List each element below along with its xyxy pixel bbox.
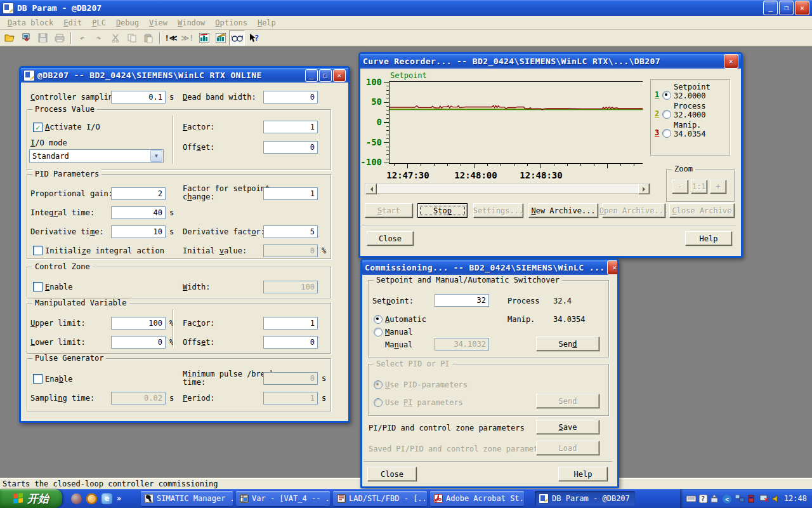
- close-button[interactable]: Close: [367, 231, 414, 246]
- network-icon[interactable]: [735, 495, 745, 503]
- manual-radio[interactable]: [374, 328, 383, 337]
- minimize-button[interactable]: _: [763, 1, 778, 15]
- manip-value: 34.0354: [553, 315, 586, 324]
- pulse-enable-checkbox[interactable]: [33, 374, 43, 384]
- tray-clock[interactable]: 12:48: [784, 494, 807, 503]
- upper-limit-input[interactable]: [111, 317, 166, 330]
- toolbar-separator: [70, 32, 71, 44]
- scroll-left-icon[interactable]: [365, 184, 377, 194]
- taskbar-task-simatic[interactable]: SIMATIC Manager ...: [141, 491, 233, 506]
- proportional-gain-input[interactable]: [111, 187, 166, 200]
- device-status-icon[interactable]: [748, 495, 756, 503]
- dead-band-label: Dead band width:: [183, 93, 256, 102]
- dead-band-input[interactable]: [263, 91, 318, 104]
- param-dialog-body: Controller sampling s Dead band width: P…: [21, 83, 348, 418]
- restore-button[interactable]: ❐: [779, 1, 794, 15]
- close-icon[interactable]: ✕: [333, 69, 346, 82]
- menu-view[interactable]: View: [144, 17, 173, 29]
- automatic-radio[interactable]: [374, 315, 383, 324]
- keyboard-layout-icon[interactable]: [686, 495, 696, 503]
- mv-offset-input[interactable]: [263, 336, 318, 349]
- internet-explorer-icon[interactable]: e: [102, 493, 112, 504]
- clock-launcher-icon[interactable]: [86, 493, 97, 504]
- menu-options[interactable]: Options: [210, 17, 252, 29]
- chart-series-svg: [390, 82, 643, 163]
- legend-value: 32.4000: [674, 110, 706, 119]
- download-to-plc-icon[interactable]: !≪: [163, 30, 179, 46]
- derivative-time-input[interactable]: [111, 225, 166, 238]
- help-button[interactable]: Help: [558, 467, 608, 481]
- chevron-down-icon[interactable]: ▼: [150, 150, 162, 162]
- legend-radio-process[interactable]: [662, 110, 671, 119]
- menu-debug[interactable]: Debug: [111, 17, 144, 29]
- menu-window[interactable]: Window: [173, 17, 210, 29]
- hide-icons-chevron-icon[interactable]: [710, 495, 719, 503]
- load-button: Load: [536, 441, 599, 455]
- chevron-double-icon[interactable]: »: [117, 494, 121, 503]
- curve-recorder-window: Curve Recorder... -- BD2_0424\SIEMENS\Wi…: [358, 52, 743, 258]
- network-disconnected-icon[interactable]: [759, 495, 769, 503]
- cut-icon: [107, 30, 123, 46]
- volume-icon[interactable]: [772, 495, 780, 503]
- send-button[interactable]: Send: [536, 337, 599, 351]
- use-pi-radio: [374, 398, 383, 407]
- taskbar-task-lad[interactable]: LAD/STL/FBD - [...: [333, 491, 427, 506]
- menu-help[interactable]: Help: [252, 17, 281, 29]
- context-help-icon[interactable]: ?: [246, 30, 261, 46]
- menu-edit[interactable]: Edit: [58, 17, 87, 29]
- taskbar-task-db-param[interactable]: DB Param - @DB207: [535, 491, 635, 506]
- taskbar-task-var[interactable]: Var - [VAT_4 -- ...: [236, 491, 330, 506]
- lower-limit-input[interactable]: [111, 336, 166, 349]
- unit-label: %: [169, 338, 174, 347]
- divider: [173, 116, 173, 164]
- close-icon[interactable]: ✕: [724, 54, 738, 69]
- menu-plc[interactable]: PLC: [87, 17, 111, 29]
- legend-num-1: 1: [655, 90, 659, 99]
- scroll-right-icon[interactable]: [638, 184, 650, 194]
- derivative-factor-input[interactable]: [263, 225, 318, 238]
- pv-factor-label: Factor:: [183, 123, 215, 131]
- monitor-glasses-icon[interactable]: [229, 30, 245, 46]
- taskbar-task-acrobat[interactable]: Adobe Acrobat St...: [430, 491, 524, 506]
- use-pid-radio: [374, 380, 383, 389]
- lower-limit-label: Lower limit:: [30, 338, 86, 347]
- setpoint-factor-input[interactable]: [263, 187, 318, 200]
- help-button[interactable]: Help: [685, 231, 732, 246]
- help-tray-icon[interactable]: ?: [699, 495, 707, 503]
- init-integral-checkbox[interactable]: [33, 246, 43, 255]
- minimize-button[interactable]: _: [305, 69, 318, 82]
- io-mode-select[interactable]: Standard ▼: [29, 149, 164, 163]
- divider: [362, 225, 736, 226]
- integral-time-input[interactable]: [111, 206, 166, 219]
- close-button[interactable]: Close: [367, 467, 417, 481]
- activate-io-checkbox[interactable]: ✓: [33, 123, 43, 132]
- mv-factor-input[interactable]: [263, 317, 318, 330]
- control-zone-enable-checkbox[interactable]: [33, 282, 43, 291]
- controller-sampling-input[interactable]: [111, 91, 166, 104]
- pv-factor-input[interactable]: [263, 121, 318, 133]
- divider: [173, 309, 173, 347]
- desktop: DB Param - @DB207 _ ❐ ✕ Data block Edit …: [0, 0, 812, 508]
- maximize-button[interactable]: □: [319, 69, 332, 82]
- legend-radio-setpoint[interactable]: [662, 91, 671, 100]
- save-button[interactable]: Save: [536, 420, 599, 434]
- menu-data-block[interactable]: Data block: [3, 17, 58, 29]
- pv-offset-input[interactable]: [263, 141, 318, 154]
- language-bar-icon[interactable]: <: [723, 495, 732, 503]
- curve-recorder-titlebar: Curve Recorder... -- BD2_0424\SIEMENS\Wi…: [360, 54, 741, 69]
- media-player-icon[interactable]: [71, 493, 82, 504]
- open-icon[interactable]: [2, 30, 18, 46]
- setpoint-factor-label2: change:: [183, 192, 215, 201]
- legend-radio-manip[interactable]: [662, 129, 671, 138]
- start-button[interactable]: 开始: [0, 489, 62, 508]
- time-scrollbar[interactable]: [365, 183, 650, 194]
- close-icon[interactable]: ✕: [607, 260, 617, 275]
- curve-recorder-icon[interactable]: [196, 30, 212, 46]
- close-button[interactable]: ✕: [795, 1, 809, 15]
- new-archive-button[interactable]: New Archive...: [528, 203, 598, 218]
- curve-archive-icon[interactable]: [213, 30, 228, 46]
- setpoint-input[interactable]: [435, 294, 489, 307]
- chart-plot-area: [389, 81, 643, 164]
- station-download-icon[interactable]: [18, 30, 34, 46]
- stop-button[interactable]: Stop: [417, 203, 468, 218]
